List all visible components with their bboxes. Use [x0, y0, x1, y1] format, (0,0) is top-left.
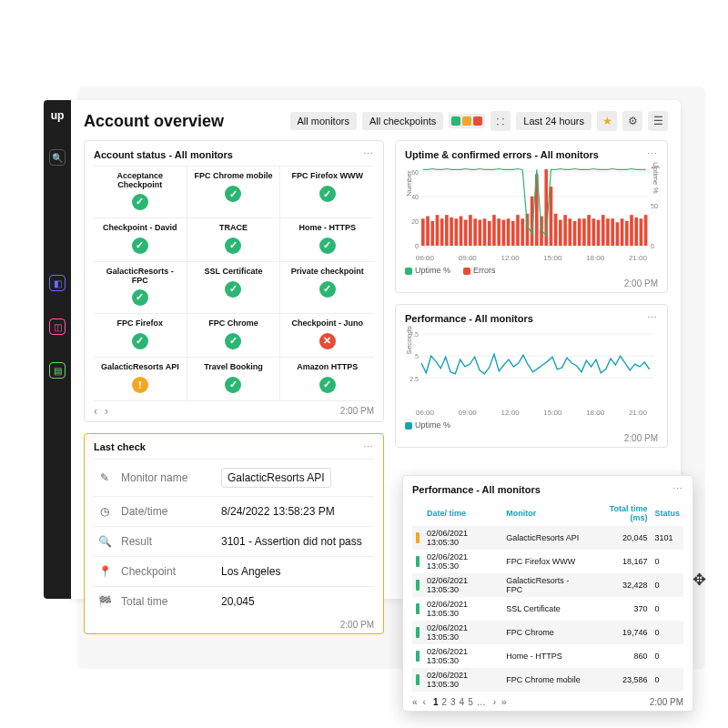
status-cell[interactable]: FPC Firefox✓ [94, 314, 187, 358]
gear-icon[interactable]: ⚙ [622, 111, 642, 131]
status-cell[interactable]: Travel Booking✓ [187, 358, 281, 401]
status-cell[interactable]: TRACE✓ [187, 218, 281, 262]
first-icon[interactable]: « [412, 697, 418, 707]
cell-totaltime: 32,428 [589, 573, 651, 597]
page-num[interactable]: 4 [458, 697, 467, 707]
svg-rect-27 [497, 218, 500, 246]
panel-menu-icon[interactable]: ⋯ [363, 441, 374, 453]
table-row[interactable]: 02/06/2021 13:05:30FPC Chrome19,7460 [412, 621, 683, 644]
status-badge-ok: ✓ [225, 377, 241, 393]
status-badge-ok: ✓ [132, 333, 148, 349]
menu-icon[interactable]: ☰ [648, 111, 668, 131]
prev-icon[interactable]: ‹ [423, 697, 426, 707]
status-cell[interactable]: Amazon HTTPS✓ [280, 358, 374, 401]
nav-icon-3[interactable]: ▤ [49, 362, 66, 379]
status-cell[interactable]: SSL Certificate✓ [187, 262, 281, 314]
monitor-name: SSL Certificate [191, 268, 277, 278]
filter-monitors[interactable]: All monitors [290, 112, 357, 130]
status-badge-ok: ✓ [319, 377, 336, 393]
cell-totaltime: 19,746 [589, 621, 651, 644]
col-monitor[interactable]: Monitor [502, 500, 589, 526]
cell-monitor: FPC Chrome mobile [502, 668, 589, 692]
nav-icon-2[interactable]: ◫ [49, 318, 66, 335]
status-cell[interactable]: Private checkpoint✓ [280, 262, 374, 314]
grid-view-icon[interactable]: ⸬ [490, 111, 511, 131]
topbar: Account overview All monitors All checkp… [84, 111, 668, 131]
timestamp: 2:00 PM [340, 406, 374, 416]
brand-logo: up [51, 109, 65, 122]
svg-rect-22 [473, 218, 477, 246]
status-cell[interactable]: FPC Chrome✓ [187, 314, 281, 358]
svg-text:20: 20 [411, 218, 419, 225]
page-num[interactable]: 5 [466, 697, 475, 707]
svg-rect-15 [440, 218, 444, 246]
status-cell[interactable]: GalacticResorts - FPC✓ [94, 262, 187, 314]
nav-icon-1[interactable]: ◧ [49, 275, 66, 291]
monitor-name: GalacticResorts API [97, 363, 183, 373]
cell-monitor: SSL Certificate [502, 597, 589, 621]
col-status[interactable]: Status [651, 500, 683, 526]
pager[interactable]: ‹› [94, 405, 108, 418]
table-row[interactable]: 02/06/2021 13:05:30FPC Chrome mobile23,5… [412, 668, 683, 692]
panel-menu-icon[interactable]: ⋯ [647, 148, 658, 160]
lc-value: GalacticResorts API [221, 468, 331, 488]
page-num[interactable]: … [475, 697, 488, 707]
status-cell[interactable]: GalacticResorts API! [94, 358, 187, 401]
status-bar [416, 651, 420, 662]
cell-datetime: 02/06/2021 13:05:30 [423, 550, 502, 573]
svg-rect-11 [421, 218, 425, 246]
next-icon[interactable]: › [493, 697, 496, 707]
status-cell[interactable]: Checkpoint - Juno✕ [280, 314, 374, 358]
svg-rect-43 [573, 221, 577, 246]
cell-monitor: FPC Chrome [502, 621, 589, 644]
y-axis-left: Number [405, 170, 413, 196]
status-cell[interactable]: Acceptance Checkpoint✓ [94, 167, 187, 218]
table-row[interactable]: 02/06/2021 13:05:30GalacticResorts API20… [412, 526, 683, 550]
svg-rect-52 [616, 222, 620, 246]
panel-uptime-errors: Uptime & confirmed errors - All monitors… [395, 140, 668, 293]
lc-label: Monitor name [121, 471, 212, 484]
panel-performance-table[interactable]: Performance - All monitors ⋯ Date/ time … [402, 475, 693, 712]
svg-rect-20 [464, 220, 468, 246]
legend: Uptime % Errors [405, 262, 658, 275]
cell-totaltime: 23,586 [589, 668, 651, 692]
search-icon[interactable]: 🔍 [49, 149, 66, 166]
filter-timerange[interactable]: Last 24 hours [516, 112, 592, 130]
status-cell[interactable]: FPC Firefox WWW✓ [280, 167, 374, 218]
panel-menu-icon[interactable]: ⋯ [363, 148, 374, 160]
svg-rect-13 [430, 221, 434, 246]
table-row[interactable]: 02/06/2021 13:05:30FPC Firefox WWW18,167… [412, 550, 683, 573]
pencil-icon: ✎ [97, 471, 112, 484]
col-totaltime[interactable]: Total time (ms) [589, 500, 651, 526]
sidebar: up 🔍 ◧ ◫ ▤ [44, 100, 71, 599]
panel-menu-icon[interactable]: ⋯ [672, 483, 683, 495]
status-cell[interactable]: FPC Chrome mobile✓ [187, 167, 281, 218]
svg-rect-23 [479, 220, 482, 246]
page-num[interactable]: 2 [440, 697, 449, 707]
status-filter-dots[interactable] [449, 114, 485, 128]
status-cell[interactable]: Checkpoint - David✓ [94, 218, 187, 262]
filter-checkpoints[interactable]: All checkpoints [362, 112, 443, 130]
legend-item: Uptime % [415, 266, 450, 275]
star-icon[interactable]: ★ [597, 111, 617, 131]
panel-menu-icon[interactable]: ⋯ [647, 312, 658, 324]
timestamp: 2:00 PM [624, 433, 658, 443]
table-row[interactable]: 02/06/2021 13:05:30Home - HTTPS8600 [412, 644, 683, 668]
svg-rect-26 [492, 215, 496, 246]
table-row[interactable]: 02/06/2021 13:05:30GalacticResorts - FPC… [412, 573, 683, 597]
status-cell[interactable]: Home - HTTPS✓ [280, 218, 374, 262]
status-badge-ok: ✓ [225, 281, 241, 298]
y-axis-left: Seconds [405, 326, 413, 354]
last-icon[interactable]: » [501, 697, 507, 707]
status-grid: Acceptance Checkpoint✓FPC Chrome mobile✓… [94, 166, 374, 401]
svg-rect-47 [592, 218, 596, 246]
cell-monitor: GalacticResorts API [502, 526, 589, 550]
lc-value: 20,045 [221, 595, 370, 608]
table-row[interactable]: 02/06/2021 13:05:30SSL Certificate3700 [412, 597, 683, 621]
svg-rect-21 [469, 215, 472, 246]
table-pager[interactable]: « ‹ 12345… › » 2:00 PM [412, 692, 683, 707]
page-num[interactable]: 3 [449, 697, 458, 707]
col-datetime[interactable]: Date/ time [423, 500, 502, 526]
panel-last-check: Last check ⋯ ✎ Monitor name GalacticReso… [84, 433, 384, 634]
monitor-name: FPC Firefox WWW [284, 172, 370, 182]
